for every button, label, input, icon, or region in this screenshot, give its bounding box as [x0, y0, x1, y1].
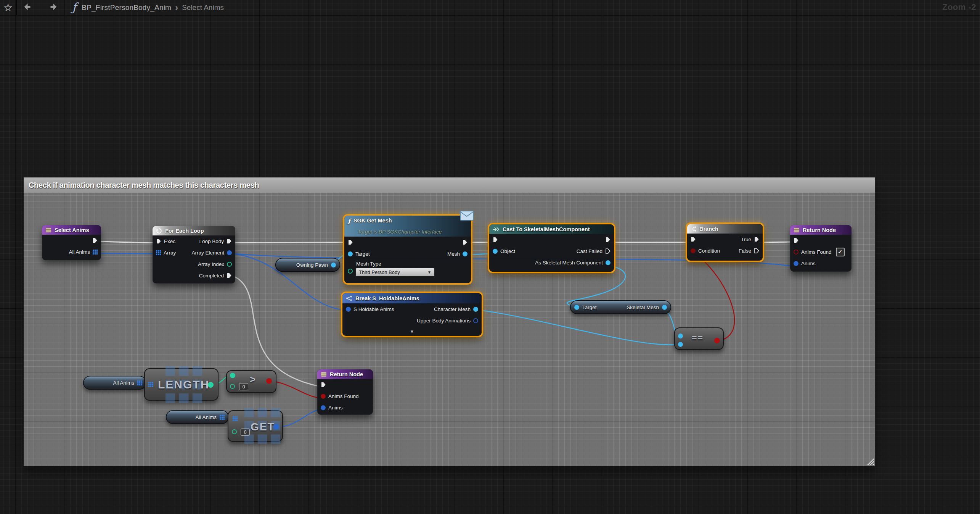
- anims-found-in-pin[interactable]: [794, 250, 798, 255]
- node-return-bottom[interactable]: Return Node Anims Found Anims: [317, 369, 373, 415]
- false-exec-out-pin[interactable]: [754, 248, 759, 253]
- s-holdable-anims-in-pin[interactable]: [346, 307, 351, 312]
- node-select-anims[interactable]: Select Anims All Anims: [42, 225, 101, 260]
- pin-label: Upper Body Animations: [417, 318, 471, 324]
- array-in-pin[interactable]: [156, 250, 161, 255]
- equals-input-a-pin[interactable]: [678, 334, 683, 338]
- node-get-skeletal-mesh[interactable]: Target Skeletal Mesh: [570, 300, 671, 314]
- owning-pawn-out-pin[interactable]: [331, 263, 336, 267]
- cast-failed-exec-out-pin[interactable]: [605, 248, 610, 254]
- array-element-out-pin[interactable]: [227, 250, 232, 255]
- dropdown-caret-icon: ▼: [427, 270, 431, 274]
- completed-exec-out-pin[interactable]: [227, 273, 232, 278]
- node-return-top-header[interactable]: Return Node: [790, 225, 851, 235]
- exec-in-pin[interactable]: [794, 238, 799, 243]
- get-array-in-pin[interactable]: [233, 416, 238, 421]
- node-title: Break S_HoldableAnims: [355, 295, 419, 301]
- get-out-pin[interactable]: [273, 424, 279, 430]
- equals-input-b-pin[interactable]: [678, 342, 683, 347]
- wire-exec: [94, 242, 154, 243]
- anims-found-in-pin[interactable]: [321, 394, 326, 399]
- greater-input-b-pin[interactable]: [230, 384, 235, 389]
- pin-label: Completed: [199, 273, 224, 279]
- all-anims-array-out-pin[interactable]: [137, 380, 142, 385]
- pin-label: Anims Found: [801, 249, 832, 255]
- upper-body-animations-out-pin[interactable]: [473, 318, 478, 323]
- back-arrow-icon[interactable]: [23, 2, 34, 13]
- node-owning-pawn[interactable]: Owning Pawn: [275, 258, 340, 272]
- node-cast-header[interactable]: Cast To SkeletalMeshComponent: [489, 224, 614, 234]
- node-title: For Each Loop: [165, 228, 204, 234]
- node-sgk-get-mesh[interactable]: ƒ SGK Get Mesh Target is BP SGKCharacter…: [344, 216, 471, 283]
- condition-in-pin[interactable]: [691, 248, 696, 253]
- array-index-out-pin[interactable]: [227, 262, 232, 267]
- anims-in-pin[interactable]: [794, 261, 798, 266]
- node-return-top[interactable]: Return Node Anims Found ✓ Anims: [790, 225, 851, 272]
- node-select-anims-header[interactable]: Select Anims: [42, 225, 101, 235]
- true-exec-out-pin[interactable]: [754, 237, 759, 242]
- skeletal-mesh-out-pin[interactable]: [662, 305, 667, 310]
- node-subtitle: Target is BP SGKCharacter Interface: [358, 229, 468, 235]
- node-sgk-get-mesh-header[interactable]: ƒ SGK Get Mesh Target is BP SGKCharacter…: [344, 216, 471, 237]
- node-branch[interactable]: Branch True Condition False: [687, 224, 763, 261]
- loop-icon: [156, 228, 162, 234]
- node-return-bottom-header[interactable]: Return Node: [317, 369, 373, 379]
- array-out-pin[interactable]: [93, 250, 98, 255]
- exec-out-pin[interactable]: [605, 237, 610, 242]
- exec-in-pin[interactable]: [348, 240, 353, 245]
- exec-in-pin[interactable]: [321, 382, 326, 387]
- node-expand-caret[interactable]: ▼: [342, 329, 482, 334]
- exec-in-pin[interactable]: [156, 238, 161, 244]
- node-for-each-loop[interactable]: For Each Loop Exec Loop Body Array Array…: [153, 226, 235, 284]
- breadcrumb-parent[interactable]: BP_FirstPersonBody_Anim: [82, 3, 171, 12]
- greater-input-a-pin[interactable]: [230, 373, 235, 378]
- equals-out-pin[interactable]: [714, 338, 720, 343]
- get-index-value-box[interactable]: 0: [241, 429, 250, 436]
- node-title: SGK Get Mesh: [353, 218, 392, 224]
- favorite-star-icon[interactable]: ☆: [3, 0, 13, 15]
- exec-out-pin[interactable]: [462, 240, 468, 245]
- mesh-out-pin[interactable]: [463, 251, 468, 256]
- interface-message-icon: [459, 209, 474, 221]
- forward-arrow-icon[interactable]: [47, 2, 58, 13]
- length-array-in-pin[interactable]: [148, 382, 153, 387]
- greater-out-pin[interactable]: [266, 378, 272, 384]
- anims-in-pin[interactable]: [321, 405, 326, 410]
- all-anims-array-out-pin[interactable]: [220, 415, 225, 420]
- target-in-pin[interactable]: [348, 251, 353, 256]
- node-array-get[interactable]: 0 GET: [228, 410, 283, 442]
- node-equal-equal[interactable]: ==: [674, 327, 724, 350]
- node-branch-header[interactable]: Branch: [687, 224, 763, 234]
- exec-out-pin[interactable]: [227, 238, 232, 244]
- exec-out-pin[interactable]: [92, 238, 98, 243]
- breadcrumb-chevron-icon: ›: [175, 2, 178, 13]
- break-struct-icon: [346, 296, 352, 301]
- node-break-header[interactable]: Break S_HoldableAnims: [342, 293, 482, 303]
- length-out-pin[interactable]: [208, 382, 214, 388]
- mesh-type-dropdown[interactable]: Third Person Body ▼: [355, 268, 435, 277]
- breadcrumb-current[interactable]: Select Anims: [182, 3, 224, 12]
- node-all-anims-top[interactable]: All Anims: [83, 376, 146, 390]
- pin-label: All Anims: [113, 380, 134, 386]
- node-title: Cast To SkeletalMeshComponent: [503, 226, 590, 232]
- pin-label: Object: [500, 248, 515, 254]
- mesh-type-in-pin[interactable]: [348, 269, 353, 274]
- node-break-s-holdableanims[interactable]: Break S_HoldableAnims S Holdable Anims C…: [342, 293, 482, 336]
- pin-label: S Holdable Anims: [353, 306, 394, 312]
- target-in-pin[interactable]: [574, 305, 579, 310]
- greater-b-value-box[interactable]: 0: [239, 383, 248, 390]
- character-mesh-out-pin[interactable]: [473, 307, 478, 312]
- node-for-each-loop-header[interactable]: For Each Loop: [153, 226, 235, 235]
- node-array-length[interactable]: LENGTH: [144, 368, 218, 401]
- anims-found-checkbox[interactable]: ✓: [836, 248, 845, 256]
- exec-in-pin[interactable]: [493, 237, 498, 242]
- as-skeletal-mesh-component-out-pin[interactable]: [606, 260, 610, 265]
- object-in-pin[interactable]: [493, 249, 498, 254]
- node-greater-than[interactable]: 0 >: [226, 370, 276, 393]
- get-index-in-pin[interactable]: [232, 429, 237, 434]
- node-cast-to-skeletalmeshcomponent[interactable]: Cast To SkeletalMeshComponent Object Cas…: [489, 224, 614, 272]
- node-all-anims-bottom[interactable]: All Anims: [166, 410, 229, 424]
- exec-in-pin[interactable]: [691, 237, 696, 242]
- pin-label: Anims: [328, 405, 343, 411]
- wire-bool: [269, 381, 320, 398]
